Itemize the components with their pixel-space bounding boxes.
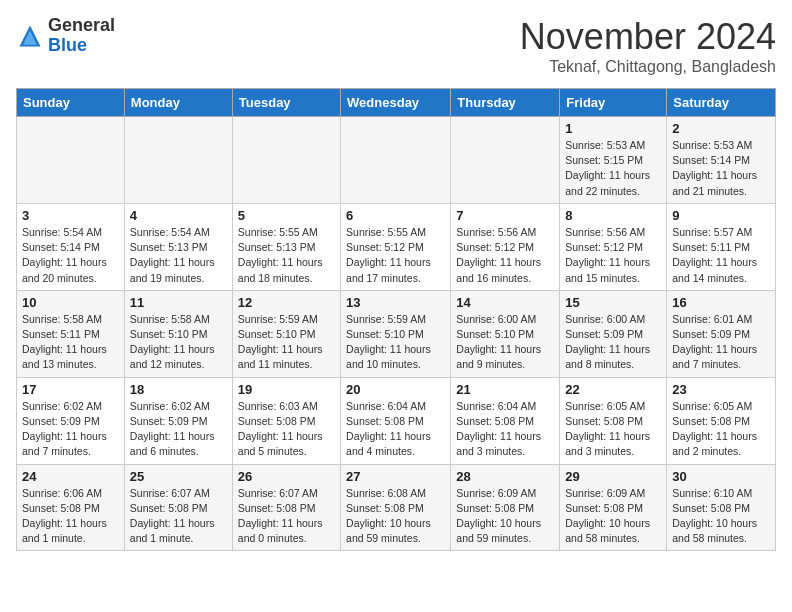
- day-info: Sunrise: 6:05 AMSunset: 5:08 PMDaylight:…: [672, 399, 770, 460]
- day-info: Sunrise: 6:07 AMSunset: 5:08 PMDaylight:…: [130, 486, 227, 547]
- day-number: 2: [672, 121, 770, 136]
- day-cell: [124, 117, 232, 204]
- weekday-header-thursday: Thursday: [451, 89, 560, 117]
- day-cell: 16Sunrise: 6:01 AMSunset: 5:09 PMDayligh…: [667, 290, 776, 377]
- week-row-2: 3Sunrise: 5:54 AMSunset: 5:14 PMDaylight…: [17, 203, 776, 290]
- day-number: 6: [346, 208, 445, 223]
- day-cell: 6Sunrise: 5:55 AMSunset: 5:12 PMDaylight…: [341, 203, 451, 290]
- day-cell: 8Sunrise: 5:56 AMSunset: 5:12 PMDaylight…: [560, 203, 667, 290]
- day-cell: 14Sunrise: 6:00 AMSunset: 5:10 PMDayligh…: [451, 290, 560, 377]
- day-number: 10: [22, 295, 119, 310]
- day-info: Sunrise: 5:53 AMSunset: 5:15 PMDaylight:…: [565, 138, 661, 199]
- day-cell: 13Sunrise: 5:59 AMSunset: 5:10 PMDayligh…: [341, 290, 451, 377]
- weekday-header-sunday: Sunday: [17, 89, 125, 117]
- day-cell: 15Sunrise: 6:00 AMSunset: 5:09 PMDayligh…: [560, 290, 667, 377]
- page-header: General Blue November 2024 Teknaf, Chitt…: [16, 16, 776, 76]
- day-number: 4: [130, 208, 227, 223]
- location: Teknaf, Chittagong, Bangladesh: [520, 58, 776, 76]
- day-info: Sunrise: 5:55 AMSunset: 5:13 PMDaylight:…: [238, 225, 335, 286]
- day-info: Sunrise: 6:02 AMSunset: 5:09 PMDaylight:…: [22, 399, 119, 460]
- day-cell: 2Sunrise: 5:53 AMSunset: 5:14 PMDaylight…: [667, 117, 776, 204]
- weekday-header-monday: Monday: [124, 89, 232, 117]
- day-cell: 30Sunrise: 6:10 AMSunset: 5:08 PMDayligh…: [667, 464, 776, 551]
- day-info: Sunrise: 5:55 AMSunset: 5:12 PMDaylight:…: [346, 225, 445, 286]
- day-info: Sunrise: 6:08 AMSunset: 5:08 PMDaylight:…: [346, 486, 445, 547]
- day-cell: 18Sunrise: 6:02 AMSunset: 5:09 PMDayligh…: [124, 377, 232, 464]
- day-number: 19: [238, 382, 335, 397]
- day-cell: 26Sunrise: 6:07 AMSunset: 5:08 PMDayligh…: [232, 464, 340, 551]
- day-cell: 23Sunrise: 6:05 AMSunset: 5:08 PMDayligh…: [667, 377, 776, 464]
- day-info: Sunrise: 5:59 AMSunset: 5:10 PMDaylight:…: [346, 312, 445, 373]
- day-cell: 5Sunrise: 5:55 AMSunset: 5:13 PMDaylight…: [232, 203, 340, 290]
- title-block: November 2024 Teknaf, Chittagong, Bangla…: [520, 16, 776, 76]
- day-number: 29: [565, 469, 661, 484]
- day-info: Sunrise: 5:53 AMSunset: 5:14 PMDaylight:…: [672, 138, 770, 199]
- day-number: 14: [456, 295, 554, 310]
- day-cell: 20Sunrise: 6:04 AMSunset: 5:08 PMDayligh…: [341, 377, 451, 464]
- day-info: Sunrise: 5:59 AMSunset: 5:10 PMDaylight:…: [238, 312, 335, 373]
- day-number: 5: [238, 208, 335, 223]
- day-info: Sunrise: 5:57 AMSunset: 5:11 PMDaylight:…: [672, 225, 770, 286]
- calendar-table: SundayMondayTuesdayWednesdayThursdayFrid…: [16, 88, 776, 551]
- logo-blue: Blue: [48, 35, 87, 55]
- day-cell: [341, 117, 451, 204]
- day-cell: 21Sunrise: 6:04 AMSunset: 5:08 PMDayligh…: [451, 377, 560, 464]
- weekday-header-row: SundayMondayTuesdayWednesdayThursdayFrid…: [17, 89, 776, 117]
- day-cell: 25Sunrise: 6:07 AMSunset: 5:08 PMDayligh…: [124, 464, 232, 551]
- day-info: Sunrise: 6:04 AMSunset: 5:08 PMDaylight:…: [456, 399, 554, 460]
- logo-icon: [16, 22, 44, 50]
- day-number: 28: [456, 469, 554, 484]
- day-number: 27: [346, 469, 445, 484]
- day-info: Sunrise: 5:58 AMSunset: 5:11 PMDaylight:…: [22, 312, 119, 373]
- day-number: 25: [130, 469, 227, 484]
- day-info: Sunrise: 5:58 AMSunset: 5:10 PMDaylight:…: [130, 312, 227, 373]
- day-cell: 27Sunrise: 6:08 AMSunset: 5:08 PMDayligh…: [341, 464, 451, 551]
- day-number: 7: [456, 208, 554, 223]
- day-cell: 19Sunrise: 6:03 AMSunset: 5:08 PMDayligh…: [232, 377, 340, 464]
- day-number: 11: [130, 295, 227, 310]
- day-info: Sunrise: 5:56 AMSunset: 5:12 PMDaylight:…: [565, 225, 661, 286]
- day-cell: 22Sunrise: 6:05 AMSunset: 5:08 PMDayligh…: [560, 377, 667, 464]
- day-number: 1: [565, 121, 661, 136]
- weekday-header-friday: Friday: [560, 89, 667, 117]
- day-cell: 3Sunrise: 5:54 AMSunset: 5:14 PMDaylight…: [17, 203, 125, 290]
- day-number: 16: [672, 295, 770, 310]
- day-info: Sunrise: 6:05 AMSunset: 5:08 PMDaylight:…: [565, 399, 661, 460]
- day-info: Sunrise: 6:10 AMSunset: 5:08 PMDaylight:…: [672, 486, 770, 547]
- day-info: Sunrise: 6:03 AMSunset: 5:08 PMDaylight:…: [238, 399, 335, 460]
- day-info: Sunrise: 6:09 AMSunset: 5:08 PMDaylight:…: [565, 486, 661, 547]
- day-number: 22: [565, 382, 661, 397]
- day-number: 23: [672, 382, 770, 397]
- day-cell: 17Sunrise: 6:02 AMSunset: 5:09 PMDayligh…: [17, 377, 125, 464]
- day-cell: 4Sunrise: 5:54 AMSunset: 5:13 PMDaylight…: [124, 203, 232, 290]
- week-row-3: 10Sunrise: 5:58 AMSunset: 5:11 PMDayligh…: [17, 290, 776, 377]
- day-cell: [451, 117, 560, 204]
- day-cell: 7Sunrise: 5:56 AMSunset: 5:12 PMDaylight…: [451, 203, 560, 290]
- day-info: Sunrise: 5:54 AMSunset: 5:14 PMDaylight:…: [22, 225, 119, 286]
- day-info: Sunrise: 6:07 AMSunset: 5:08 PMDaylight:…: [238, 486, 335, 547]
- day-number: 24: [22, 469, 119, 484]
- day-number: 20: [346, 382, 445, 397]
- day-number: 3: [22, 208, 119, 223]
- day-info: Sunrise: 6:04 AMSunset: 5:08 PMDaylight:…: [346, 399, 445, 460]
- day-cell: 11Sunrise: 5:58 AMSunset: 5:10 PMDayligh…: [124, 290, 232, 377]
- day-info: Sunrise: 6:00 AMSunset: 5:09 PMDaylight:…: [565, 312, 661, 373]
- day-number: 9: [672, 208, 770, 223]
- day-info: Sunrise: 6:09 AMSunset: 5:08 PMDaylight:…: [456, 486, 554, 547]
- day-number: 21: [456, 382, 554, 397]
- day-number: 30: [672, 469, 770, 484]
- day-number: 8: [565, 208, 661, 223]
- day-info: Sunrise: 6:06 AMSunset: 5:08 PMDaylight:…: [22, 486, 119, 547]
- day-cell: 28Sunrise: 6:09 AMSunset: 5:08 PMDayligh…: [451, 464, 560, 551]
- weekday-header-tuesday: Tuesday: [232, 89, 340, 117]
- day-number: 13: [346, 295, 445, 310]
- day-cell: 29Sunrise: 6:09 AMSunset: 5:08 PMDayligh…: [560, 464, 667, 551]
- day-info: Sunrise: 6:01 AMSunset: 5:09 PMDaylight:…: [672, 312, 770, 373]
- day-number: 26: [238, 469, 335, 484]
- day-info: Sunrise: 5:56 AMSunset: 5:12 PMDaylight:…: [456, 225, 554, 286]
- day-cell: [232, 117, 340, 204]
- week-row-4: 17Sunrise: 6:02 AMSunset: 5:09 PMDayligh…: [17, 377, 776, 464]
- day-info: Sunrise: 5:54 AMSunset: 5:13 PMDaylight:…: [130, 225, 227, 286]
- day-info: Sunrise: 6:00 AMSunset: 5:10 PMDaylight:…: [456, 312, 554, 373]
- logo-general: General: [48, 15, 115, 35]
